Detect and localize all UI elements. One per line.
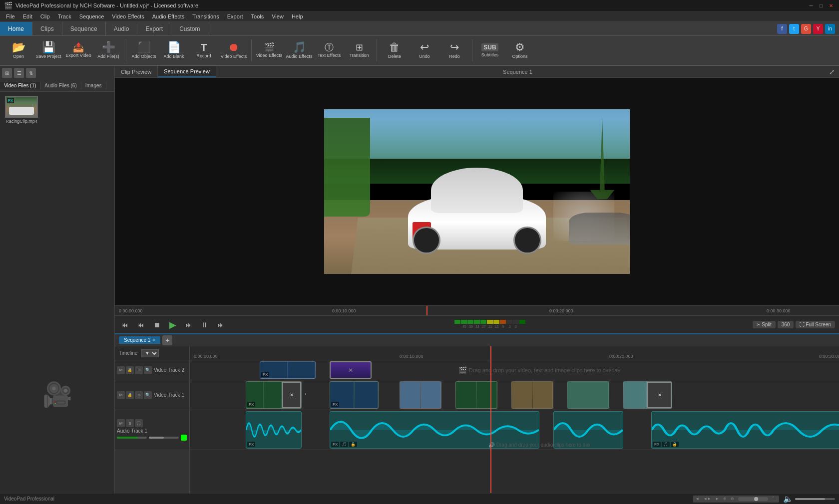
save-project-button[interactable]: 💾 Save Project bbox=[34, 37, 63, 63]
pause-button[interactable]: ⏸ bbox=[199, 319, 211, 331]
add-objects-button[interactable]: ⬛ Add Objects bbox=[129, 37, 158, 63]
zoom-in-button[interactable]: ⊕ bbox=[721, 497, 729, 501]
linkedin-icon[interactable]: in bbox=[825, 24, 835, 34]
track-lock-video2[interactable]: 🔒 bbox=[126, 366, 134, 374]
close-button[interactable]: ✕ bbox=[827, 1, 835, 9]
add-blank-button[interactable]: 📄 Add Blank bbox=[159, 37, 188, 63]
volume-icon[interactable]: 🔈 bbox=[783, 494, 793, 504]
redo-button[interactable]: ↪ Redo bbox=[440, 37, 469, 63]
timeline-zoom-slider[interactable] bbox=[738, 497, 768, 501]
expand-preview-button[interactable]: ⤢ bbox=[825, 66, 839, 77]
sort-button[interactable]: ⇅ bbox=[26, 68, 36, 78]
sequence-tab-close[interactable]: × bbox=[152, 337, 155, 343]
add-files-button[interactable]: ➕ Add File(s) bbox=[94, 37, 123, 63]
audio-effects-button[interactable]: 🎵 Audio Effects bbox=[285, 37, 314, 63]
track-zoom-video2[interactable]: 🔍 bbox=[144, 366, 152, 374]
menu-transitions[interactable]: Transitions bbox=[188, 12, 223, 20]
video1-clip-2[interactable]: FX bbox=[330, 381, 379, 409]
track-snap-video1[interactable]: ⊕ bbox=[135, 391, 143, 399]
subtitles-button[interactable]: SUB Subtitles bbox=[475, 37, 504, 63]
zoom-out-button[interactable]: ⊖ bbox=[729, 497, 736, 501]
master-volume-slider[interactable] bbox=[795, 498, 835, 500]
sequence-tab-1[interactable]: Sequence 1 × bbox=[119, 336, 160, 344]
options-button[interactable]: ⚙ Options bbox=[505, 37, 534, 63]
track-lock-video1[interactable]: 🔒 bbox=[126, 391, 134, 399]
track-zoom-video1[interactable]: 🔍 bbox=[144, 391, 152, 399]
view-list-button[interactable]: ☰ bbox=[14, 68, 24, 78]
video1-clip-7[interactable]: ✕ bbox=[623, 381, 672, 409]
track-mute-video1[interactable]: M bbox=[117, 391, 125, 399]
video1-clip-5[interactable] bbox=[511, 381, 553, 409]
transition-button[interactable]: ⊞ Transition bbox=[345, 37, 374, 63]
text-effects-button[interactable]: Ⓣ Text Effects bbox=[315, 37, 344, 63]
video1-clip-3[interactable] bbox=[400, 381, 441, 409]
facebook-icon[interactable]: f bbox=[777, 24, 787, 34]
scroll-right-button[interactable]: ► bbox=[713, 497, 721, 501]
menu-export[interactable]: Export bbox=[223, 12, 247, 20]
tab-audio[interactable]: Audio bbox=[106, 22, 138, 35]
tab-images[interactable]: Images bbox=[81, 82, 106, 89]
delete-button[interactable]: 🗑 Delete bbox=[380, 37, 409, 63]
goto-end-button[interactable]: ⏭ bbox=[215, 319, 227, 331]
video1-clip-6[interactable] bbox=[567, 381, 609, 409]
tab-clips[interactable]: Clips bbox=[32, 22, 62, 35]
tab-clip-preview[interactable]: Clip Preview bbox=[115, 66, 158, 77]
track-solo-audio1[interactable]: S bbox=[126, 419, 134, 427]
menu-file[interactable]: File bbox=[2, 12, 19, 20]
scroll-left2-button[interactable]: ◄► bbox=[701, 497, 713, 501]
tab-audio-files[interactable]: Audio Files (6) bbox=[40, 82, 81, 89]
menu-audio-effects[interactable]: Audio Effects bbox=[148, 12, 189, 20]
track-mute-video2[interactable]: M bbox=[117, 366, 125, 374]
clip-item-racing[interactable]: FX RacingClip.mp4 bbox=[4, 96, 39, 124]
menu-view[interactable]: View bbox=[268, 12, 288, 20]
view360-button[interactable]: 360 bbox=[778, 321, 794, 328]
split-button[interactable]: ✂ Split bbox=[753, 321, 775, 328]
menu-help[interactable]: Help bbox=[288, 12, 307, 20]
overlay-clip-2[interactable]: ✕ bbox=[330, 361, 372, 379]
menu-clip[interactable]: Clip bbox=[36, 12, 54, 20]
timeline-dropdown[interactable]: ▼ bbox=[141, 349, 159, 357]
audio-clip-1[interactable]: FX bbox=[246, 411, 302, 449]
youtube-icon[interactable]: Y bbox=[813, 24, 823, 34]
track-snap-video2[interactable]: ⊕ bbox=[135, 366, 143, 374]
tab-home[interactable]: Home bbox=[0, 22, 32, 35]
play-button[interactable]: ▶ bbox=[167, 319, 179, 331]
volume-slider[interactable] bbox=[117, 437, 147, 439]
view-icons-button[interactable]: ⊞ bbox=[2, 68, 12, 78]
audio-clip-4[interactable]: FX 🎵 🔒 bbox=[651, 411, 839, 449]
tab-sequence-preview[interactable]: Sequence Preview bbox=[158, 66, 216, 77]
next-frame-button[interactable]: ⏭ bbox=[183, 319, 195, 331]
menu-video-effects[interactable]: Video Effects bbox=[108, 12, 148, 20]
fullscreen-button[interactable]: ⛶ Full Screen bbox=[796, 321, 835, 328]
goto-start-button[interactable]: ⏮ bbox=[119, 319, 131, 331]
menu-sequence[interactable]: Sequence bbox=[75, 12, 108, 20]
scroll-left-button[interactable]: ◄ bbox=[693, 497, 701, 501]
tab-video-files[interactable]: Video Files (1) bbox=[0, 82, 40, 89]
minimize-button[interactable]: ─ bbox=[807, 1, 815, 9]
add-sequence-button[interactable]: + bbox=[162, 335, 172, 345]
video1-clip-1[interactable]: ✕ FX bbox=[246, 381, 302, 409]
maximize-button[interactable]: □ bbox=[817, 1, 825, 9]
track-headphones-audio1[interactable]: 🎧 bbox=[135, 419, 143, 427]
record-button[interactable]: ⏺ Video Effects bbox=[219, 37, 248, 63]
status-scroll[interactable]: ◄ ◄► ► ⊕ ⊖ ⬛ bbox=[693, 496, 779, 503]
track-mute-audio1[interactable]: M bbox=[117, 419, 125, 427]
add-title-button[interactable]: T Record bbox=[189, 37, 218, 63]
pan-slider[interactable] bbox=[149, 437, 179, 439]
google-icon[interactable]: G bbox=[801, 24, 811, 34]
fit-button[interactable]: ⬛ bbox=[770, 497, 779, 501]
overlay-clip-1[interactable]: FX bbox=[260, 361, 316, 379]
menu-edit[interactable]: Edit bbox=[19, 12, 36, 20]
undo-button[interactable]: ↩ Undo bbox=[410, 37, 439, 63]
tab-custom[interactable]: Custom bbox=[171, 22, 208, 35]
export-video-button[interactable]: 📤 Export Video bbox=[64, 37, 93, 63]
prev-frame-button[interactable]: ⏮ bbox=[135, 319, 147, 331]
open-button[interactable]: 📂 Open bbox=[4, 37, 33, 63]
zoom-handle[interactable] bbox=[754, 497, 758, 501]
video-effects-button[interactable]: 🎬 Video Effects bbox=[255, 37, 284, 63]
stop-button[interactable]: ⏹ bbox=[151, 319, 163, 331]
tab-sequence[interactable]: Sequence bbox=[62, 22, 106, 35]
menu-tools[interactable]: Tools bbox=[247, 12, 268, 20]
menu-track[interactable]: Track bbox=[54, 12, 75, 20]
twitter-icon[interactable]: t bbox=[789, 24, 799, 34]
